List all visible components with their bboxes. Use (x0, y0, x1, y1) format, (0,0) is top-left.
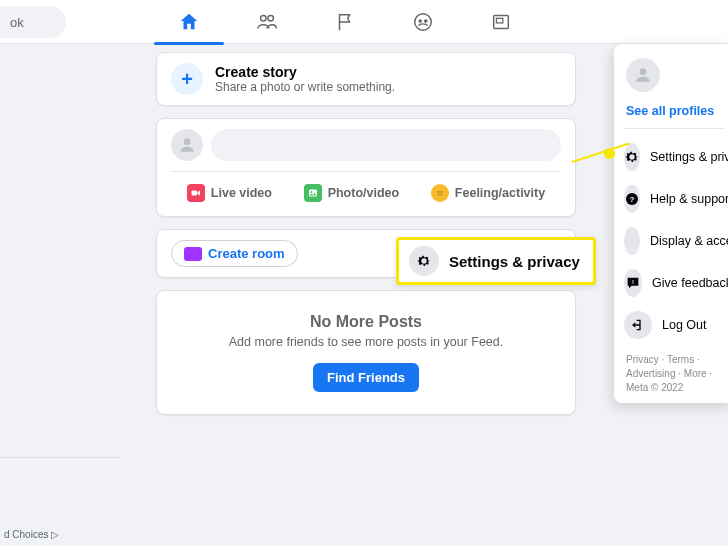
flag-icon (334, 11, 356, 33)
svg-point-10 (438, 191, 439, 192)
photo-video-button[interactable]: Photo/video (294, 178, 410, 208)
gaming-icon (490, 11, 512, 33)
tab-groups[interactable] (384, 0, 462, 44)
account-menu-panel: See all profiles Settings & privacy ? He… (614, 44, 728, 403)
feedback-icon: ! (624, 269, 642, 297)
no-more-title: No More Posts (177, 313, 555, 331)
svg-rect-4 (496, 18, 502, 23)
svg-point-12 (640, 68, 647, 75)
tab-gaming[interactable] (462, 0, 540, 44)
tab-home[interactable] (150, 0, 228, 44)
smile-icon (431, 184, 449, 202)
photo-icon (304, 184, 322, 202)
home-icon (178, 11, 200, 33)
tab-pages[interactable] (306, 0, 384, 44)
friends-icon (256, 11, 278, 33)
annotation-dot (604, 148, 615, 159)
avatar[interactable] (171, 129, 203, 161)
menu-help-support[interactable]: ? Help & support (624, 181, 728, 217)
tab-friends[interactable] (228, 0, 306, 44)
gear-icon (624, 143, 640, 171)
avatar-icon (177, 135, 197, 155)
menu-log-out[interactable]: Log Out (624, 307, 728, 343)
svg-point-11 (441, 191, 442, 192)
svg-point-2 (424, 19, 428, 23)
live-video-button[interactable]: Live video (177, 178, 282, 208)
search-input[interactable]: ok (0, 6, 66, 38)
create-room-button[interactable]: Create room (171, 240, 298, 267)
menu-display-accessibility[interactable]: Display & accessibility (624, 223, 728, 259)
svg-text:?: ? (630, 195, 635, 204)
moon-icon (624, 227, 640, 255)
svg-point-0 (415, 14, 432, 31)
menu-settings-privacy[interactable]: Settings & privacy (624, 139, 728, 175)
video-icon (187, 184, 205, 202)
svg-point-1 (418, 19, 422, 23)
svg-point-8 (310, 191, 312, 193)
gear-icon (409, 246, 439, 276)
no-more-subtitle: Add more friends to see more posts in yo… (177, 335, 555, 349)
panel-footer-links[interactable]: Privacy · Terms · Advertising · More · M… (624, 343, 728, 395)
top-nav: ok (0, 0, 728, 44)
see-all-profiles-link[interactable]: See all profiles (624, 102, 724, 129)
avatar[interactable] (626, 58, 660, 92)
logout-icon (624, 311, 652, 339)
help-icon: ? (624, 185, 640, 213)
video-room-icon (184, 247, 202, 261)
svg-point-9 (435, 188, 445, 198)
feeling-button[interactable]: Feeling/activity (421, 178, 555, 208)
menu-give-feedback[interactable]: ! Give feedback (624, 265, 728, 301)
avatar-icon (633, 65, 653, 85)
composer-card: Live video Photo/video Feeling/activity (156, 118, 576, 217)
account-menu: Settings & privacy ? Help & support Disp… (624, 129, 728, 343)
composer-input[interactable] (211, 129, 561, 161)
find-friends-button[interactable]: Find Friends (313, 363, 419, 392)
nav-tabs (150, 0, 540, 44)
create-story-card[interactable]: + Create story Share a photo or write so… (156, 52, 576, 106)
settings-privacy-callout: Settings & privacy (396, 237, 596, 285)
svg-rect-6 (191, 191, 197, 196)
groups-icon (412, 11, 434, 33)
callout-label: Settings & privacy (449, 253, 580, 270)
plus-icon: + (171, 63, 203, 95)
svg-text:!: ! (632, 279, 634, 285)
divider (0, 457, 120, 458)
no-more-posts-card: No More Posts Add more friends to see mo… (156, 290, 576, 415)
create-story-title: Create story (215, 64, 395, 80)
footer-text: d Choices ▷ (4, 529, 59, 540)
svg-point-5 (184, 138, 191, 145)
create-story-subtitle: Share a photo or write something. (215, 80, 395, 94)
